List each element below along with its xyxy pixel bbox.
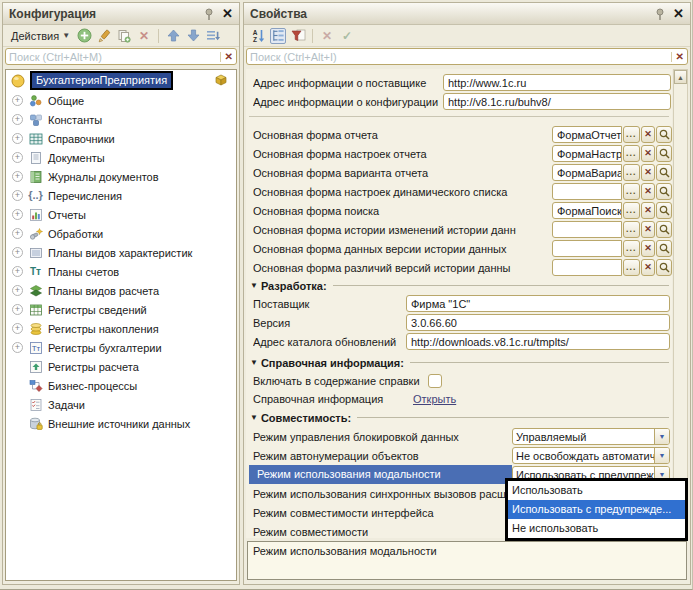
dropdown-option-selected[interactable]: Использовать с предупрежде... (508, 500, 685, 519)
expand-icon[interactable]: + (12, 190, 23, 201)
tree-item-business-processes[interactable]: Бизнес-процессы (6, 376, 236, 395)
open-magnifier-button[interactable] (656, 164, 672, 181)
expand-icon[interactable]: + (12, 323, 23, 334)
tree-item-chart-of-calculation-types[interactable]: + Планы видов расчета (6, 281, 236, 300)
expand-icon[interactable]: + (12, 247, 23, 258)
main-report-variant-form-input[interactable]: ФормаВариантаОтчет (552, 164, 622, 181)
tree-item-documents[interactable]: + Документы (6, 148, 236, 167)
main-report-settings-form-input[interactable]: ФормаНастроекОтчет (552, 145, 622, 162)
clear-button[interactable]: ✕ (641, 126, 655, 143)
clear-button[interactable]: ✕ (641, 183, 655, 200)
tree-item-calculation-registers[interactable]: Регистры расчета (6, 357, 236, 376)
choose-button[interactable]: ... (623, 145, 640, 162)
expand-icon[interactable]: + (12, 304, 23, 315)
choose-button[interactable]: ... (623, 202, 640, 219)
choose-button[interactable]: ... (623, 126, 640, 143)
lock-mode-combobox[interactable]: Управляемый ▼ (512, 428, 670, 445)
main-report-form-input[interactable]: ФормаОтчета (552, 126, 622, 143)
add-icon[interactable] (76, 28, 92, 44)
tree-root-label[interactable]: БухгалтерияПредприятия (30, 71, 173, 90)
update-catalog-url-input[interactable]: http://downloads.v8.1c.ru/tmplts/ (406, 333, 670, 350)
delete-icon[interactable]: ✕ (136, 28, 152, 44)
section-help-info[interactable]: ▼ Справочная информация: (246, 354, 672, 371)
version-input[interactable]: 3.0.66.60 (406, 314, 670, 331)
close-icon[interactable]: ✕ (222, 7, 233, 20)
pin-icon[interactable] (655, 8, 665, 20)
search-input[interactable]: Поиск (Ctrl+Alt+M) ✕ (5, 48, 237, 65)
choose-button[interactable]: ... (623, 240, 640, 257)
tree-item-chart-of-accounts[interactable]: + Тт Планы счетов (6, 262, 236, 281)
chevron-down-icon[interactable]: ▼ (654, 448, 669, 463)
filter-icon[interactable] (290, 28, 306, 44)
clear-search-icon[interactable]: ✕ (220, 52, 233, 62)
tree-item-accumulation-registers[interactable]: + Регистры накопления (6, 319, 236, 338)
main-version-diff-form-input[interactable] (552, 259, 622, 276)
expand-icon[interactable]: + (12, 95, 23, 106)
tree-item-dataprocessors[interactable]: + Обработки (6, 224, 236, 243)
open-magnifier-button[interactable] (656, 221, 672, 238)
sort-list-icon[interactable] (205, 28, 221, 44)
expand-icon[interactable]: + (12, 209, 23, 220)
choose-button[interactable]: ... (623, 164, 640, 181)
main-version-data-form-input[interactable] (552, 240, 622, 257)
expand-icon[interactable]: + (12, 133, 23, 144)
expand-icon[interactable]: + (12, 285, 23, 296)
tree-item-reports[interactable]: + Отчеты (6, 205, 236, 224)
dropdown-option[interactable]: Использовать (508, 481, 685, 500)
main-dynlist-settings-form-input[interactable] (552, 183, 622, 200)
group-by-categories-icon[interactable] (270, 28, 286, 44)
tree-root-item[interactable]: БухгалтерияПредприятия (6, 70, 236, 91)
search-input[interactable]: Поиск (Ctrl+Alt+I) ✕ (246, 48, 688, 65)
clear-button[interactable]: ✕ (641, 202, 655, 219)
clear-button[interactable]: ✕ (641, 164, 655, 181)
expand-icon[interactable]: + (12, 342, 23, 353)
tree-item-tasks[interactable]: Задачи (6, 395, 236, 414)
choose-button[interactable]: ... (623, 221, 640, 238)
tree-item-common[interactable]: + Общие (6, 91, 236, 110)
copy-icon[interactable] (116, 28, 132, 44)
tree-item-catalogs[interactable]: + Справочники (6, 129, 236, 148)
chevron-down-icon[interactable]: ▼ (654, 429, 669, 444)
actions-menu-button[interactable]: Действия▼ (7, 29, 74, 43)
supplier-input[interactable]: Фирма "1С" (406, 295, 670, 312)
tree-item-external-data-sources[interactable]: Внешние источники данных (6, 414, 236, 433)
main-search-form-input[interactable]: ФормаПоиска (552, 202, 622, 219)
clear-button[interactable]: ✕ (641, 240, 655, 257)
expand-icon[interactable]: + (12, 228, 23, 239)
close-icon[interactable]: ✕ (673, 7, 684, 20)
open-magnifier-button[interactable] (656, 183, 672, 200)
property-label-selected[interactable]: Режим использования модальности (249, 465, 512, 484)
tree-item-information-registers[interactable]: + Регистры сведений (6, 300, 236, 319)
tree-item-document-journals[interactable]: + Журналы документов (6, 167, 236, 186)
expand-icon[interactable]: + (12, 171, 23, 182)
edit-pencil-icon[interactable] (96, 28, 112, 44)
expand-icon[interactable]: + (12, 266, 23, 277)
include-in-help-checkbox[interactable] (428, 374, 442, 388)
expand-icon[interactable]: + (12, 114, 23, 125)
open-magnifier-button[interactable] (656, 126, 672, 143)
move-up-icon[interactable] (165, 28, 181, 44)
open-magnifier-button[interactable] (656, 202, 672, 219)
tree-item-enums[interactable]: + {..} Перечисления (6, 186, 236, 205)
tree-item-chart-of-characteristic-types[interactable]: + Планы видов характеристик (6, 243, 236, 262)
open-magnifier-button[interactable] (656, 259, 672, 276)
open-magnifier-button[interactable] (656, 240, 672, 257)
vertical-scrollbar[interactable]: ▲ ▼ (673, 69, 688, 538)
config-info-url-input[interactable]: http://v8.1c.ru/buhv8/ (443, 93, 671, 110)
expand-icon[interactable]: + (12, 152, 23, 163)
choose-button[interactable]: ... (623, 183, 640, 200)
move-down-icon[interactable] (185, 28, 201, 44)
clear-button[interactable]: ✕ (641, 145, 655, 162)
main-history-changes-form-input[interactable] (552, 221, 622, 238)
autonumber-mode-combobox[interactable]: Не освобождать автоматиче ▼ (512, 447, 670, 464)
sort-alphabetical-icon[interactable]: AZ (250, 28, 266, 44)
clear-button[interactable]: ✕ (641, 221, 655, 238)
scroll-up-icon[interactable]: ▲ (674, 70, 687, 84)
section-development[interactable]: ▼ Разработка: (246, 277, 672, 294)
open-help-link[interactable]: Открыть (413, 393, 456, 405)
section-compatibility[interactable]: ▼ Совместимость: (246, 409, 672, 426)
tree-item-constants[interactable]: + Константы (6, 110, 236, 129)
pin-icon[interactable] (204, 8, 214, 20)
tree-item-accounting-registers[interactable]: + Тт Регистры бухгалтерии (6, 338, 236, 357)
clear-button[interactable]: ✕ (641, 259, 655, 276)
